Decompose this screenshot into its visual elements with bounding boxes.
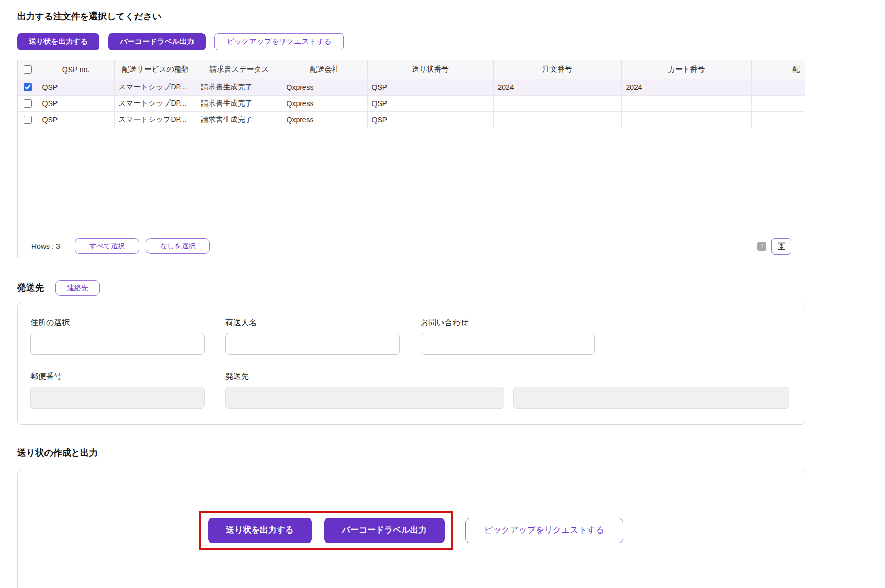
order-table-body: QSPスマートシップDP...請求書生成完了QxpressQSP20242024… bbox=[18, 79, 805, 128]
shipper-name-field: 荷送人名 bbox=[225, 318, 400, 355]
cell-service-type: スマートシップDP... bbox=[114, 95, 197, 111]
row-checkbox[interactable] bbox=[24, 99, 32, 108]
cell-qsp-no: QSP bbox=[38, 95, 114, 111]
address-select-field: 住所の選択 bbox=[30, 318, 205, 355]
address-detail-input bbox=[513, 387, 789, 409]
request-pickup-button-top[interactable]: ピックアップをリクエストする bbox=[214, 33, 344, 50]
inquiry-field: お問い合わせ bbox=[421, 318, 595, 355]
ship-from-input bbox=[225, 387, 504, 409]
row-checkbox[interactable] bbox=[24, 116, 32, 124]
table-empty-area bbox=[18, 128, 805, 235]
select-all-checkbox[interactable] bbox=[24, 65, 32, 74]
shipping-output-page: 出力する注文件を選択してください 送り状を出力する バーコードラベル出力 ピック… bbox=[0, 0, 805, 588]
ship-from-field: 発送先 bbox=[225, 372, 504, 409]
shipper-name-input[interactable] bbox=[225, 333, 400, 355]
table-row[interactable]: QSPスマートシップDP...請求書生成完了QxpressQSP20242024 bbox=[18, 79, 805, 95]
output-box: 送り状を出力する バーコードラベル出力 ピックアップをリクエストする bbox=[17, 470, 805, 588]
cell-carrier: Qxpress bbox=[282, 79, 367, 95]
shipper-form-row-2: 郵便番号 発送先 bbox=[30, 372, 792, 409]
barcode-label-button-top[interactable]: バーコードラベル出力 bbox=[108, 33, 206, 50]
postal-code-label: 郵便番号 bbox=[30, 372, 205, 381]
cell-cart-no bbox=[621, 111, 751, 128]
cell-service-type: スマートシップDP... bbox=[114, 79, 197, 95]
cell-qsp-no: QSP bbox=[38, 111, 114, 128]
row-checkbox-cell bbox=[18, 95, 38, 111]
top-toolbar: 送り状を出力する バーコードラベル出力 ピックアップをリクエストする bbox=[17, 33, 805, 50]
print-invoice-button-bottom[interactable]: 送り状を出力する bbox=[208, 518, 312, 543]
select-none-button[interactable]: なしを選択 bbox=[146, 238, 210, 254]
cell-qsp-no: QSP bbox=[38, 79, 114, 95]
order-table-scroll[interactable]: QSP no. 配送サービスの種類 請求書ステータス 配送会社 送り状番号 注文… bbox=[18, 60, 805, 128]
shipper-form-row-1: 住所の選択 荷送人名 お問い合わせ bbox=[30, 318, 792, 355]
print-invoice-button-top[interactable]: 送り状を出力する bbox=[17, 33, 99, 50]
shipper-name-label: 荷送人名 bbox=[225, 318, 400, 327]
table-footer: Rows : 3 すべて選択 なしを選択 1 bbox=[18, 235, 805, 258]
row-checkbox-cell bbox=[18, 79, 38, 95]
column-header-invoice-no: 送り状番号 bbox=[367, 60, 493, 79]
cell-invoice-no: QSP bbox=[367, 95, 493, 111]
row-checkbox-cell bbox=[18, 111, 38, 128]
rows-count-label: Rows : 3 bbox=[31, 242, 60, 250]
column-header-carrier: 配送会社 bbox=[282, 60, 367, 79]
cell-order-no bbox=[493, 111, 621, 128]
cell-service-type: スマートシップDP... bbox=[114, 111, 197, 128]
inquiry-label: お問い合わせ bbox=[421, 318, 595, 327]
postal-code-field: 郵便番号 bbox=[30, 372, 205, 409]
cell-carrier: Qxpress bbox=[282, 95, 367, 111]
cell-cart-no bbox=[621, 95, 751, 111]
cell-order-no: 2024 bbox=[493, 79, 621, 95]
contact-button[interactable]: 連絡先 bbox=[55, 280, 100, 296]
row-checkbox[interactable] bbox=[24, 83, 32, 91]
cell-extra bbox=[751, 79, 805, 95]
request-pickup-button-bottom[interactable]: ピックアップをリクエストする bbox=[465, 518, 623, 543]
shipper-form: 住所の選択 荷送人名 お問い合わせ 郵便番号 発送先 bbox=[17, 303, 805, 425]
shipper-heading: 発送先 bbox=[17, 283, 44, 293]
cell-cart-no: 2024 bbox=[621, 79, 751, 95]
shipper-section-head: 発送先 連絡先 bbox=[17, 280, 805, 296]
column-header-invoice-status: 請求書ステータス bbox=[197, 60, 282, 79]
column-header-order-no: 注文番号 bbox=[493, 60, 621, 79]
output-buttons-row: 送り状を出力する バーコードラベル出力 ピックアップをリクエストする bbox=[18, 511, 805, 550]
barcode-label-button-bottom[interactable]: バーコードラベル出力 bbox=[324, 518, 445, 543]
select-all-button[interactable]: すべて選択 bbox=[75, 238, 139, 254]
column-header-clipped: 配 bbox=[751, 60, 805, 79]
cell-invoice-no: QSP bbox=[367, 111, 493, 128]
table-header-row: QSP no. 配送サービスの種類 請求書ステータス 配送会社 送り状番号 注文… bbox=[18, 60, 805, 79]
order-table: QSP no. 配送サービスの種類 請求書ステータス 配送会社 送り状番号 注文… bbox=[17, 60, 805, 258]
inquiry-input[interactable] bbox=[421, 333, 595, 355]
cell-extra bbox=[751, 95, 805, 111]
cell-invoice-status: 請求書生成完了 bbox=[197, 111, 282, 128]
postal-code-input bbox=[30, 387, 205, 409]
fit-height-button[interactable] bbox=[771, 238, 791, 255]
cell-invoice-no: QSP bbox=[367, 79, 493, 95]
column-header-service-type: 配送サービスの種類 bbox=[114, 60, 197, 79]
cell-extra bbox=[751, 111, 805, 128]
annotation-rectangle: 送り状を出力する バーコードラベル出力 bbox=[199, 511, 453, 550]
address-detail-field bbox=[513, 387, 789, 409]
page-title: 出力する注文件を選択してください bbox=[17, 11, 805, 22]
address-select-label: 住所の選択 bbox=[30, 318, 205, 327]
ship-from-label: 発送先 bbox=[225, 372, 504, 381]
table-row[interactable]: QSPスマートシップDP...請求書生成完了QxpressQSP bbox=[18, 95, 805, 111]
address-select-input[interactable] bbox=[30, 333, 205, 355]
page-number-badge: 1 bbox=[757, 242, 766, 251]
column-header-cart-no: カート番号 bbox=[621, 60, 751, 79]
table-footer-right: 1 bbox=[757, 238, 791, 255]
output-section-heading: 送り状の作成と出力 bbox=[17, 448, 805, 458]
cell-carrier: Qxpress bbox=[282, 111, 367, 128]
fit-height-icon bbox=[777, 242, 786, 250]
column-header-qsp-no: QSP no. bbox=[38, 60, 114, 79]
table-row[interactable]: QSPスマートシップDP...請求書生成完了QxpressQSP bbox=[18, 111, 805, 128]
cell-invoice-status: 請求書生成完了 bbox=[197, 95, 282, 111]
cell-invoice-status: 請求書生成完了 bbox=[197, 79, 282, 95]
cell-order-no bbox=[493, 95, 621, 111]
